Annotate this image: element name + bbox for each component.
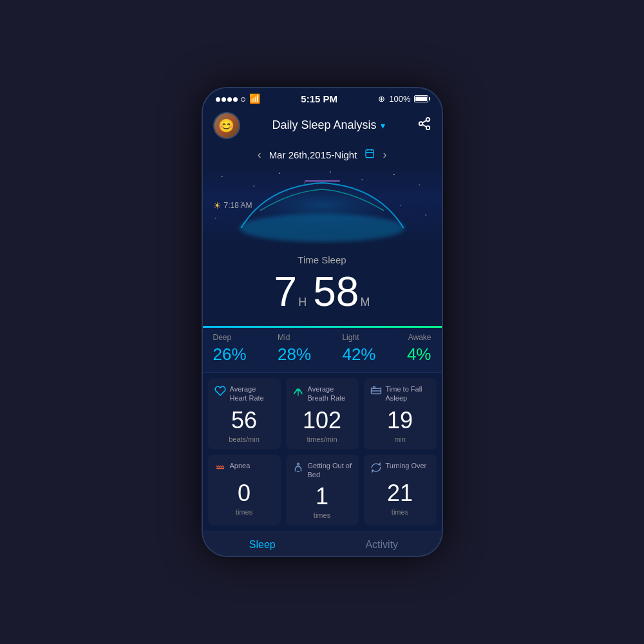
wifi-icon: 📶 — [249, 93, 260, 104]
sleep-curve-area: ☀ 7:18 AM — [203, 167, 442, 244]
stat-value: 21 — [370, 480, 430, 507]
svg-point-13 — [329, 171, 330, 173]
date-nav: ‹ Mar 26th,2015-Night › — [203, 146, 442, 167]
svg-line-4 — [422, 120, 426, 123]
svg-point-11 — [278, 173, 279, 174]
phase-mid: Mid 28% — [278, 333, 311, 365]
app-header: 😊 Daily Sleep Analysis ▾ — [203, 107, 442, 146]
mins-number: 58 — [313, 268, 359, 316]
avatar-image: 😊 — [214, 113, 239, 138]
phase-awake: Awake 4% — [407, 333, 431, 365]
turnover-icon — [370, 462, 382, 476]
avatar[interactable]: 😊 — [213, 112, 240, 139]
svg-point-18 — [399, 205, 401, 206]
mid-value: 28% — [278, 345, 311, 365]
light-label: Light — [342, 333, 375, 342]
battery-percent: 100% — [389, 94, 410, 104]
stat-label: Time to Fall Asleep — [386, 384, 430, 403]
stat-unit: times/min — [292, 435, 352, 443]
status-time: 5:15 PM — [301, 93, 337, 104]
getup-icon — [292, 462, 304, 476]
stat-value: 0 — [214, 480, 274, 507]
wake-time: ☀ 7:18 AM — [213, 200, 252, 211]
phone-frame: 📶 5:15 PM ⊕ 100% 😊 Daily Sleep Analysis … — [202, 87, 443, 557]
bed-icon — [370, 385, 382, 399]
status-right: ⊕ 100% — [378, 94, 428, 104]
time-sleep-value: 7 H 58 M — [213, 268, 431, 316]
dropdown-icon[interactable]: ▾ — [381, 120, 385, 131]
stat-label: Average Breath Rate — [308, 384, 352, 403]
phase-deep: Deep 26% — [213, 333, 247, 365]
stat-unit: times — [370, 508, 430, 516]
hours-unit: H — [298, 296, 307, 309]
svg-point-20 — [214, 218, 216, 219]
tab-activity[interactable]: Activity — [322, 539, 442, 551]
svg-point-30 — [297, 463, 299, 465]
app-title: Daily Sleep Analysis — [272, 118, 376, 132]
stats-grid: Average Heart Rate 56 beats/min Average … — [203, 373, 442, 531]
stat-header: Time to Fall Asleep — [370, 384, 430, 403]
stat-unit: times — [214, 508, 274, 516]
svg-point-15 — [393, 174, 394, 175]
deep-value: 26% — [213, 345, 247, 365]
svg-rect-5 — [366, 150, 374, 158]
svg-point-19 — [425, 214, 426, 216]
status-bar: 📶 5:15 PM ⊕ 100% — [203, 88, 442, 107]
stat-card-getup: Getting Out of Bed 1 times — [286, 455, 359, 526]
stat-card-apnea: Apnea 0 times — [208, 455, 281, 526]
tab-bar: SleepActivity — [203, 531, 442, 556]
prev-arrow[interactable]: ‹ — [258, 148, 261, 162]
hours-number: 7 — [274, 268, 298, 316]
calendar-icon[interactable] — [365, 148, 375, 161]
stat-unit: times — [292, 511, 352, 519]
wake-time-label: 7:18 AM — [224, 201, 252, 210]
awake-value: 4% — [407, 345, 431, 365]
stat-card-breath: Average Breath Rate 102 times/min — [286, 378, 359, 450]
apnea-icon — [214, 462, 226, 476]
svg-point-14 — [361, 179, 363, 180]
light-value: 42% — [342, 345, 375, 365]
stat-label: Apnea — [230, 461, 251, 470]
battery-icon — [414, 95, 428, 102]
stat-header: Turning Over — [370, 461, 430, 476]
svg-point-16 — [419, 184, 420, 185]
svg-point-1 — [419, 122, 422, 126]
stat-value: 19 — [370, 407, 430, 434]
stat-label: Average Heart Rate — [230, 384, 274, 403]
deep-label: Deep — [213, 333, 247, 342]
sleep-stats: Time Sleep 7 H 58 M — [203, 244, 442, 326]
stat-label: Turning Over — [386, 461, 427, 470]
svg-line-3 — [422, 125, 426, 128]
next-arrow[interactable]: › — [383, 148, 386, 162]
stat-card-turnover: Turning Over 21 times — [364, 455, 437, 526]
lock-icon: ⊕ — [378, 94, 385, 104]
svg-point-10 — [253, 185, 254, 187]
signal-dots — [216, 94, 247, 104]
sun-icon: ☀ — [213, 200, 222, 211]
svg-point-2 — [426, 126, 430, 130]
stat-value: 1 — [292, 483, 352, 510]
svg-point-0 — [426, 118, 430, 122]
share-icon[interactable] — [417, 117, 431, 134]
stat-value: 102 — [292, 407, 352, 434]
mins-unit: M — [360, 296, 370, 309]
svg-point-24 — [373, 386, 375, 388]
svg-point-9 — [221, 176, 222, 177]
stat-card-heart: Average Heart Rate 56 beats/min — [208, 378, 281, 450]
stat-header: Average Heart Rate — [214, 384, 274, 403]
tab-sleep[interactable]: Sleep — [203, 539, 323, 551]
header-title: Daily Sleep Analysis ▾ — [240, 118, 417, 132]
stat-value: 56 — [214, 407, 274, 434]
breath-icon — [292, 385, 304, 399]
sleep-phases: Deep 26% Mid 28% Light 42% Awake 4% — [203, 328, 442, 373]
stat-unit: beats/min — [214, 435, 274, 443]
awake-label: Awake — [407, 333, 431, 342]
phase-light: Light 42% — [342, 333, 375, 365]
stat-header: Average Breath Rate — [292, 384, 352, 403]
mid-label: Mid — [278, 333, 311, 342]
svg-point-12 — [304, 182, 305, 184]
status-left: 📶 — [216, 93, 261, 104]
stat-card-bed: Time to Fall Asleep 19 min — [364, 378, 437, 450]
heart-icon — [214, 385, 226, 399]
stat-label: Getting Out of Bed — [308, 461, 352, 480]
